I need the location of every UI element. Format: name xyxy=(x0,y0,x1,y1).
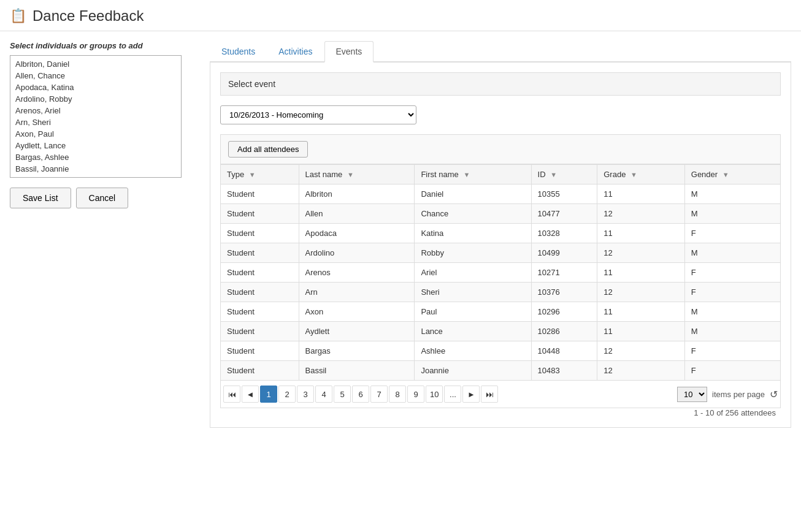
cell-last_name: Arenos xyxy=(299,263,415,283)
list-item[interactable]: Albriton, Daniel xyxy=(13,58,178,70)
pagination-right: 10 25 50 items per page ↺ xyxy=(677,387,778,402)
cell-id: 10328 xyxy=(531,224,597,243)
individuals-list[interactable]: Albriton, DanielAllen, ChanceApodaca, Ka… xyxy=(10,55,182,178)
table-row: StudentArdolinoRobby1049912M xyxy=(221,243,781,263)
event-dropdown[interactable]: 10/26/2013 - Homecoming xyxy=(220,105,416,124)
cell-id: 10499 xyxy=(531,243,597,263)
cell-first_name: Sheri xyxy=(415,283,531,302)
list-item[interactable]: Allen, Chance xyxy=(13,70,178,82)
refresh-button[interactable]: ↺ xyxy=(770,389,778,400)
col-first-name[interactable]: First name ▼ xyxy=(415,165,531,184)
list-item[interactable]: Bassil, Joannie xyxy=(13,163,178,175)
pagination-page-8[interactable]: 8 xyxy=(389,386,406,403)
pagination-ellipsis: ... xyxy=(444,386,461,403)
cell-last_name: Allen xyxy=(299,204,415,224)
per-page-select[interactable]: 10 25 50 xyxy=(677,387,707,402)
cell-type: Student xyxy=(221,184,299,204)
pagination-last[interactable]: ⏭ xyxy=(481,386,498,403)
cell-type: Student xyxy=(221,224,299,243)
pagination-page-7[interactable]: 7 xyxy=(370,386,388,403)
page-header: 📋 Dance Feedback xyxy=(0,0,801,31)
cell-grade: 11 xyxy=(597,322,685,341)
pagination-page-4[interactable]: 4 xyxy=(315,386,332,403)
sort-icon: ▼ xyxy=(347,171,354,178)
pagination-page-3[interactable]: 3 xyxy=(297,386,314,403)
cell-type: Student xyxy=(221,302,299,322)
event-dropdown-container: 10/26/2013 - Homecoming xyxy=(220,105,416,124)
tab-activities[interactable]: Activities xyxy=(267,41,324,63)
pagination-prev[interactable]: ◄ xyxy=(242,386,259,403)
cell-gender: M xyxy=(684,184,780,204)
sort-icon: ▼ xyxy=(630,171,637,178)
col-id[interactable]: ID ▼ xyxy=(531,165,597,184)
tab-events[interactable]: Events xyxy=(324,41,374,63)
cell-type: Student xyxy=(221,341,299,361)
pagination-page-5[interactable]: 5 xyxy=(334,386,351,403)
cell-grade: 11 xyxy=(597,302,685,322)
cell-first_name: Daniel xyxy=(415,184,531,204)
cell-first_name: Joannie xyxy=(415,361,531,381)
pagination-page-2[interactable]: 2 xyxy=(278,386,296,403)
list-item[interactable]: Aydlett, Lance xyxy=(13,140,178,151)
cell-first_name: Paul xyxy=(415,302,531,322)
pagination-first[interactable]: ⏮ xyxy=(223,386,240,403)
cell-type: Student xyxy=(221,204,299,224)
cell-first_name: Katina xyxy=(415,224,531,243)
select-event-bar: Select event xyxy=(220,72,781,96)
list-item[interactable]: Arn, Sheri xyxy=(13,116,178,128)
events-section: Select event 10/26/2013 - Homecoming Add… xyxy=(210,63,791,428)
action-buttons: Save List Cancel xyxy=(10,188,200,208)
cell-first_name: Robby xyxy=(415,243,531,263)
col-gender[interactable]: Gender ▼ xyxy=(684,165,780,184)
pagination-next[interactable]: ► xyxy=(462,386,480,403)
cell-gender: M xyxy=(684,322,780,341)
cell-gender: F xyxy=(684,283,780,302)
cell-id: 10271 xyxy=(531,263,597,283)
table-row: StudentBassilJoannie1048312F xyxy=(221,361,781,381)
cell-last_name: Bassil xyxy=(299,361,415,381)
cell-gender: F xyxy=(684,361,780,381)
items-per-page-label: items per page xyxy=(712,390,765,399)
select-event-label: Select event xyxy=(228,79,275,89)
cell-first_name: Lance xyxy=(415,322,531,341)
left-panel: Select individuals or groups to add Albr… xyxy=(10,41,200,428)
cell-gender: M xyxy=(684,302,780,322)
list-item[interactable]: Arenos, Ariel xyxy=(13,105,178,116)
cell-id: 10296 xyxy=(531,302,597,322)
col-type[interactable]: Type ▼ xyxy=(221,165,299,184)
cell-grade: 12 xyxy=(597,283,685,302)
tabs-container: StudentsActivitiesEvents xyxy=(210,41,791,63)
cell-last_name: Arn xyxy=(299,283,415,302)
list-item[interactable]: Apodaca, Katina xyxy=(13,82,178,93)
tab-students[interactable]: Students xyxy=(210,41,267,63)
add-all-attendees-button[interactable]: Add all attendees xyxy=(228,141,308,158)
cell-last_name: Ardolino xyxy=(299,243,415,263)
cell-last_name: Bargas xyxy=(299,341,415,361)
cell-grade: 12 xyxy=(597,361,685,381)
sort-icon: ▼ xyxy=(550,171,557,178)
list-item[interactable]: Bargas, Ashlee xyxy=(13,151,178,163)
pagination-page-10[interactable]: 10 xyxy=(426,386,443,403)
col-grade[interactable]: Grade ▼ xyxy=(597,165,685,184)
cell-first_name: Ariel xyxy=(415,263,531,283)
list-item[interactable]: Ardolino, Robby xyxy=(13,93,178,105)
cell-type: Student xyxy=(221,283,299,302)
cell-grade: 12 xyxy=(597,341,685,361)
pagination-page-9[interactable]: 9 xyxy=(407,386,424,403)
page-title: Dance Feedback xyxy=(33,7,144,25)
list-item[interactable]: Baskins, Janelle xyxy=(13,175,178,178)
cell-type: Student xyxy=(221,322,299,341)
pagination-page-6[interactable]: 6 xyxy=(352,386,369,403)
cancel-button[interactable]: Cancel xyxy=(76,188,129,208)
cell-grade: 11 xyxy=(597,224,685,243)
save-list-button[interactable]: Save List xyxy=(10,188,71,208)
add-attendees-bar: Add all attendees xyxy=(220,134,781,164)
list-item[interactable]: Axon, Paul xyxy=(13,128,178,140)
cell-first_name: Ashlee xyxy=(415,341,531,361)
cell-id: 10355 xyxy=(531,184,597,204)
cell-gender: F xyxy=(684,263,780,283)
pagination-page-1[interactable]: 1 xyxy=(260,386,277,403)
col-last-name[interactable]: Last name ▼ xyxy=(299,165,415,184)
cell-first_name: Chance xyxy=(415,204,531,224)
cell-gender: M xyxy=(684,243,780,263)
